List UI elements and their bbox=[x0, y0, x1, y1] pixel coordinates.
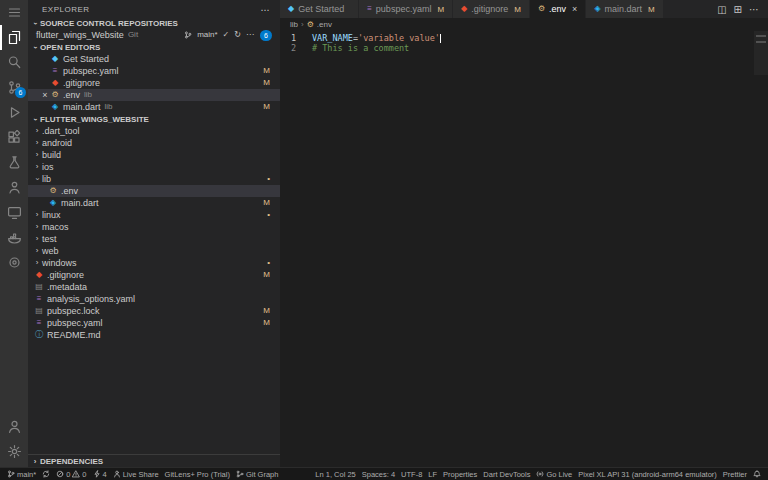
notifications-bell-icon[interactable] bbox=[750, 468, 764, 480]
settings-gear-icon[interactable] bbox=[0, 439, 28, 464]
status-branch[interactable]: main* bbox=[4, 468, 39, 480]
editor-layout-icon[interactable]: ⊞ bbox=[734, 4, 742, 15]
tree-file-readme[interactable]: ⓘ README.md bbox=[28, 329, 280, 341]
remote-explorer-icon[interactable] bbox=[0, 200, 28, 225]
status-bar: main* 0 0 4 Live Share GitLens+ Pro (Tri… bbox=[0, 467, 768, 480]
tab-label: .gitignore bbox=[471, 4, 508, 14]
close-icon[interactable]: × bbox=[572, 4, 577, 14]
tab-label: .env bbox=[549, 4, 566, 14]
error-icon bbox=[56, 470, 64, 478]
tree-folder-ios[interactable]: › ios bbox=[28, 161, 280, 173]
tree-file-env[interactable]: ⚙ .env bbox=[28, 185, 280, 197]
status-problems[interactable]: 0 0 bbox=[53, 468, 89, 480]
chevron-right-icon: › bbox=[32, 221, 42, 233]
commit-check-icon[interactable]: ✓ bbox=[223, 29, 230, 41]
dart-icon: ◈ bbox=[594, 3, 600, 15]
code-editor[interactable]: 1 2 VAR_NAME='variable value' # This is … bbox=[280, 31, 768, 467]
tree-file-pubspec-yaml[interactable]: ≡ pubspec.yaml M bbox=[28, 317, 280, 329]
open-editor-pubspec-yaml[interactable]: ≡ pubspec.yaml M bbox=[28, 65, 280, 77]
search-icon[interactable] bbox=[0, 50, 28, 75]
activity-bar-bottom bbox=[0, 414, 28, 464]
breadcrumb[interactable]: lib › ⚙ .env bbox=[280, 18, 768, 31]
tree-file-analysis-options[interactable]: ≡ analysis_options.yaml bbox=[28, 293, 280, 305]
tree-folder-dart-tool[interactable]: › .dart_tool bbox=[28, 125, 280, 137]
chevron-right-icon: › bbox=[32, 245, 42, 257]
tab-label: pubspec.yaml bbox=[376, 4, 432, 14]
run-debug-icon[interactable] bbox=[0, 100, 28, 125]
status-gitlens[interactable]: GitLens+ Pro (Trial) bbox=[162, 468, 233, 480]
refresh-icon[interactable]: ↻ bbox=[234, 29, 241, 41]
code-content[interactable]: VAR_NAME='variable value' # This is a co… bbox=[302, 31, 768, 467]
section-dependencies[interactable]: › DEPENDENCIES bbox=[28, 454, 280, 467]
sidebar-more-icon[interactable]: ⋯ bbox=[261, 5, 271, 15]
tab-gitignore[interactable]: ◆ .gitignore M bbox=[453, 0, 530, 18]
repo-branch[interactable]: main* bbox=[197, 29, 217, 41]
source-control-icon[interactable]: 6 bbox=[0, 75, 28, 100]
tree-folder-windows[interactable]: › windows • bbox=[28, 257, 280, 269]
tree-file-gitignore[interactable]: ◆ .gitignore M bbox=[28, 269, 280, 281]
tree-file-metadata[interactable]: ▤ .metadata bbox=[28, 281, 280, 293]
chevron-down-icon: › bbox=[31, 114, 40, 124]
breadcrumb-file[interactable]: .env bbox=[317, 20, 332, 29]
status-formatter[interactable]: Prettier bbox=[720, 468, 750, 480]
git-icon: ◆ bbox=[461, 3, 467, 15]
tree-folder-macos[interactable]: › macos bbox=[28, 221, 280, 233]
more-actions-icon[interactable]: ⋯ bbox=[749, 4, 759, 15]
status-ports[interactable]: 4 bbox=[90, 468, 110, 480]
status-eol[interactable]: LF bbox=[425, 468, 440, 480]
status-language-mode[interactable]: Properties bbox=[440, 468, 480, 480]
account-icon[interactable] bbox=[0, 414, 28, 439]
line-number: 2 bbox=[280, 43, 296, 53]
yaml-icon: ≡ bbox=[34, 317, 44, 329]
breadcrumb-folder[interactable]: lib bbox=[290, 20, 298, 29]
live-share-icon[interactable] bbox=[0, 175, 28, 200]
open-editor-gitignore[interactable]: ◆ .gitignore M bbox=[28, 77, 280, 89]
status-live-share[interactable]: Live Share bbox=[110, 468, 162, 480]
menu-hamburger-icon[interactable] bbox=[0, 0, 28, 25]
tab-label: Get Started bbox=[298, 4, 344, 14]
tree-folder-web[interactable]: › web bbox=[28, 245, 280, 257]
section-source-control-repositories[interactable]: › SOURCE CONTROL REPOSITORIES bbox=[28, 17, 280, 29]
close-icon[interactable]: × bbox=[40, 89, 50, 101]
tab-get-started[interactable]: ◆ Get Started bbox=[280, 0, 359, 18]
more-actions-icon[interactable]: ⋯ bbox=[246, 29, 254, 41]
chevron-right-icon: › bbox=[32, 257, 42, 269]
explorer-sidebar: EXPLORER ⋯ › SOURCE CONTROL REPOSITORIES… bbox=[28, 0, 280, 467]
gitlens-icon[interactable] bbox=[0, 250, 28, 275]
graph-icon bbox=[236, 470, 244, 478]
tree-file-pubspec-lock[interactable]: ▤ pubspec.lock M bbox=[28, 305, 280, 317]
status-indentation[interactable]: Spaces: 4 bbox=[359, 468, 398, 480]
extensions-icon[interactable] bbox=[0, 125, 28, 150]
status-cursor-position[interactable]: Ln 1, Col 25 bbox=[312, 468, 358, 480]
status-go-live[interactable]: Go Live bbox=[533, 468, 575, 480]
yaml-icon: ≡ bbox=[50, 65, 60, 77]
tree-folder-android[interactable]: › android bbox=[28, 137, 280, 149]
tree-file-main-dart[interactable]: ◈ main.dart M bbox=[28, 197, 280, 209]
open-editor-get-started[interactable]: ◆ Get Started bbox=[28, 53, 280, 65]
tree-folder-lib[interactable]: › lib • bbox=[28, 173, 280, 185]
open-editor-env[interactable]: × ⚙ .env lib bbox=[28, 89, 280, 101]
open-editor-main-dart[interactable]: ◈ main.dart lib M bbox=[28, 101, 280, 113]
section-open-editors[interactable]: › OPEN EDITORS bbox=[28, 41, 280, 53]
tree-folder-test[interactable]: › test bbox=[28, 233, 280, 245]
tree-folder-linux[interactable]: › linux • bbox=[28, 209, 280, 221]
testing-flask-icon[interactable] bbox=[0, 150, 28, 175]
minimap[interactable] bbox=[754, 31, 768, 75]
split-editor-icon[interactable]: ◫ bbox=[717, 4, 726, 15]
repo-row[interactable]: flutter_wings_Website Git main* ✓ ↻ ⋯ 6 bbox=[28, 29, 280, 41]
dart-icon: ◈ bbox=[48, 197, 58, 209]
status-dart-devtools[interactable]: Dart DevTools bbox=[480, 468, 533, 480]
git-icon: ◆ bbox=[34, 269, 44, 281]
tree-folder-build[interactable]: › build bbox=[28, 149, 280, 161]
status-sync[interactable] bbox=[39, 468, 53, 480]
status-git-graph[interactable]: Git Graph bbox=[233, 468, 282, 480]
docker-icon[interactable] bbox=[0, 225, 28, 250]
status-encoding[interactable]: UTF-8 bbox=[398, 468, 425, 480]
tab-main-dart[interactable]: ◈ main.dart M bbox=[586, 0, 663, 18]
tab-env[interactable]: ⚙ .env × bbox=[530, 0, 586, 18]
explorer-icon[interactable] bbox=[0, 25, 28, 50]
tab-pubspec-yaml[interactable]: ≡ pubspec.yaml M bbox=[359, 0, 453, 18]
status-device-selector[interactable]: Pixel XL API 31 (android-arm64 emulator) bbox=[575, 468, 720, 480]
section-title: FLUTTER_WINGS_WEBSITE bbox=[40, 115, 149, 124]
section-workspace[interactable]: › FLUTTER_WINGS_WEBSITE bbox=[28, 113, 280, 125]
